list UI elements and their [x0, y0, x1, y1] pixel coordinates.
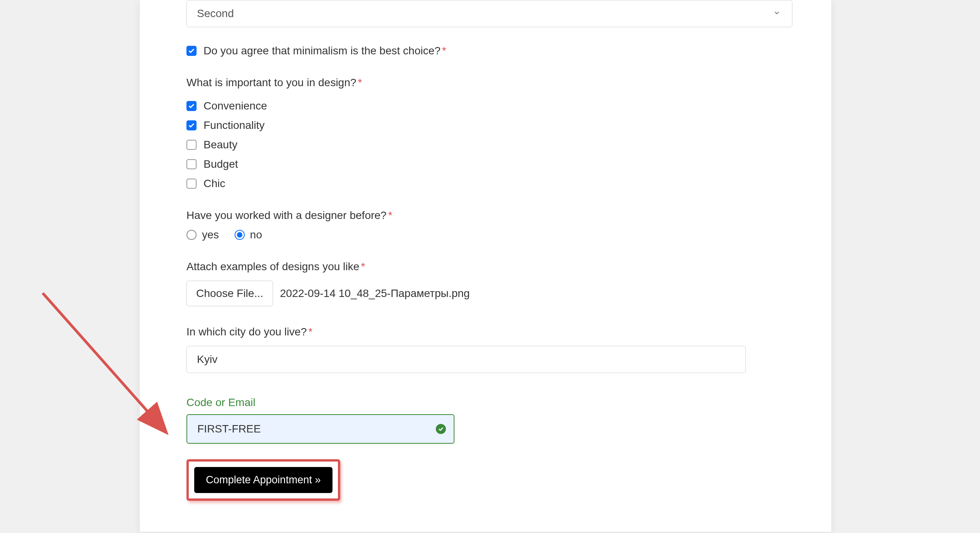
design-importance-block: What is important to you in design?* Con… — [186, 76, 792, 190]
submit-highlight: Complete Appointment » — [186, 459, 340, 501]
code-block: Code or Email — [186, 396, 792, 444]
beauty-label: Beauty — [204, 139, 237, 151]
option-budget: Budget — [186, 158, 792, 170]
minimalism-label: Do you agree that minimalism is the best… — [204, 45, 446, 57]
file-row: Choose File... 2022-09-14 10_48_25-Парам… — [186, 281, 792, 306]
budget-label: Budget — [204, 158, 238, 170]
designer-before-label: Have you worked with a designer before?* — [186, 209, 792, 222]
chic-label: Chic — [204, 177, 225, 190]
complete-appointment-button[interactable]: Complete Appointment » — [194, 467, 332, 493]
city-label: In which city do you live?* — [186, 326, 792, 338]
attach-block: Attach examples of designs you like* Cho… — [186, 260, 792, 306]
functionality-checkbox[interactable] — [186, 120, 197, 130]
option-convenience: Convenience — [186, 100, 792, 112]
radio-no — [235, 230, 245, 240]
code-input-wrapper — [186, 414, 454, 444]
minimalism-checkbox-row: Do you agree that minimalism is the best… — [186, 45, 792, 57]
required-asterisk: * — [308, 326, 313, 338]
option-beauty: Beauty — [186, 139, 792, 151]
design-importance-label: What is important to you in design?* — [186, 76, 792, 89]
select-field[interactable]: Second — [186, 0, 792, 27]
radio-yes — [186, 230, 197, 240]
chic-checkbox[interactable] — [186, 179, 197, 189]
beauty-checkbox[interactable] — [186, 140, 197, 150]
attach-label: Attach examples of designs you like* — [186, 260, 792, 273]
file-name: 2022-09-14 10_48_25-Параметры.png — [280, 287, 470, 300]
functionality-label: Functionality — [204, 119, 265, 132]
designer-before-block: Have you worked with a designer before?*… — [186, 209, 792, 241]
radio-no-item[interactable]: no — [235, 229, 262, 241]
required-asterisk: * — [442, 45, 446, 57]
radio-yes-label: yes — [202, 229, 219, 241]
budget-checkbox[interactable] — [186, 159, 197, 169]
required-asterisk: * — [358, 76, 362, 89]
select-wrapper: Second — [186, 0, 792, 27]
radio-yes-item[interactable]: yes — [186, 229, 219, 241]
convenience-checkbox[interactable] — [186, 101, 197, 111]
check-circle-icon — [436, 424, 446, 434]
required-asterisk: * — [388, 209, 392, 221]
radio-no-label: no — [250, 229, 262, 241]
option-chic: Chic — [186, 177, 792, 190]
form-card: Second Do you agree that minimalism is t… — [140, 0, 831, 532]
required-asterisk: * — [361, 260, 365, 273]
option-functionality: Functionality — [186, 119, 792, 132]
choose-file-button[interactable]: Choose File... — [186, 281, 273, 306]
designer-before-options: yes no — [186, 229, 792, 241]
city-input[interactable] — [186, 346, 746, 373]
minimalism-checkbox[interactable] — [186, 46, 197, 56]
code-label: Code or Email — [186, 396, 792, 409]
design-importance-options: Convenience Functionality Beauty — [186, 100, 792, 190]
convenience-label: Convenience — [204, 100, 267, 112]
city-block: In which city do you live?* — [186, 326, 792, 396]
code-input[interactable] — [186, 414, 454, 444]
